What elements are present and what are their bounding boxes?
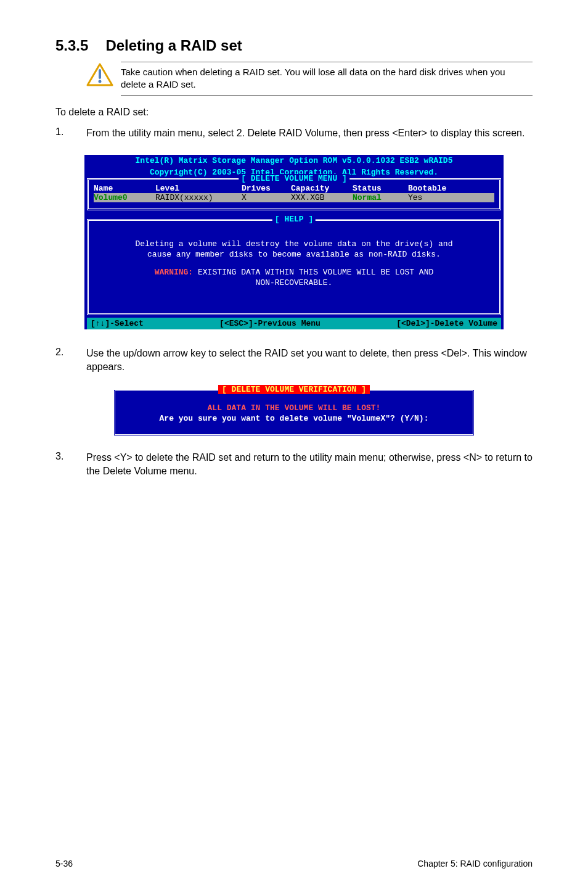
help-warning-line-1: WARNING: EXISTING DATA WITHIN THIS VOLUM… — [97, 268, 491, 277]
page-footer: 5-36 Chapter 5: RAID configuration — [55, 859, 533, 868]
verification-prompt[interactable]: Are you sure you want to delete volume "… — [121, 414, 467, 423]
step-1-number: 1. — [55, 126, 86, 140]
help-box-title: [ HELP ] — [272, 215, 316, 224]
delete-volume-menu-frame: [ DELETE VOLUME MENU ] Name Level Drives… — [87, 178, 501, 210]
chapter-label: Chapter 5: RAID configuration — [417, 859, 533, 868]
table-header-row: Name Level Drives Capacity Status Bootab… — [94, 184, 494, 193]
svg-point-2 — [99, 80, 102, 83]
heading-title: Deleting a RAID set — [105, 37, 242, 54]
footer-key-delete: [<Del>]-Delete Volume — [396, 319, 497, 328]
page: 5.3.5 Deleting a RAID set Take caution w… — [0, 0, 588, 887]
footer-key-select: [↑↓]-Select — [91, 319, 144, 328]
section-heading: 5.3.5 Deleting a RAID set — [55, 37, 533, 54]
delete-volume-verification-dialog: [ DELETE VOLUME VERIFICATION ] ALL DATA … — [113, 389, 475, 436]
col-header-name: Name — [94, 184, 155, 193]
help-line-1: Deleting a volume will destroy the volum… — [97, 239, 491, 249]
caution-text-wrap: Take caution when deleting a RAID set. Y… — [121, 62, 533, 96]
bios-header-line1: Intel(R) Matrix Storage Manager Option R… — [84, 155, 504, 167]
help-warning-line-2: NON-RECOVERABLE. — [97, 278, 491, 287]
step-2: 2. Use the up/down arrow key to select t… — [55, 347, 533, 374]
bios-footer: [↑↓]-Select [<ESC>]-Previous Menu [<Del>… — [87, 318, 501, 329]
col-header-drives: Drives — [242, 184, 291, 193]
cell-level: RAIDX(xxxxx) — [155, 193, 242, 202]
step-3-number: 3. — [55, 451, 86, 479]
heading-number: 5.3.5 — [55, 37, 88, 54]
cell-status: Normal — [353, 193, 408, 202]
step-2-number: 2. — [55, 347, 86, 374]
col-header-status: Status — [353, 184, 408, 193]
verification-warning: ALL DATA IN THE VOLUME WILL BE LOST! — [121, 403, 467, 413]
step-1-text: From the utility main menu, select 2. De… — [86, 126, 533, 140]
table-row[interactable]: Volume0 RAIDX(xxxxx) X XXX.XGB Normal Ye… — [94, 193, 494, 202]
warning-rest: EXISTING DATA WITHIN THIS VOLUME WILL BE… — [193, 268, 433, 277]
page-number: 5-36 — [55, 859, 73, 868]
cell-name: Volume0 — [94, 193, 155, 202]
footer-key-previous: [<ESC>]-Previous Menu — [219, 319, 321, 328]
col-header-bootable: Bootable — [408, 184, 470, 193]
step-2-text: Use the up/down arrow key to select the … — [86, 347, 533, 374]
step-3-text: Press <Y> to delete the RAID set and ret… — [86, 451, 533, 479]
caution-callout: Take caution when deleting a RAID set. Y… — [86, 62, 533, 96]
warning-icon — [86, 63, 113, 86]
bios-delete-screen: Intel(R) Matrix Storage Manager Option R… — [84, 155, 504, 329]
step-1: 1. From the utility main menu, select 2.… — [55, 126, 533, 140]
col-header-level: Level — [155, 184, 242, 193]
cell-bootable: Yes — [408, 193, 470, 202]
delete-volume-menu-title: [ DELETE VOLUME MENU ] — [239, 174, 349, 183]
cell-capacity: XXX.XGB — [291, 193, 353, 202]
delete-volume-menu-content: Name Level Drives Capacity Status Bootab… — [89, 180, 499, 208]
verification-title: [ DELETE VOLUME VERIFICATION ] — [218, 385, 370, 394]
warning-prefix: WARNING: — [155, 268, 193, 277]
col-header-capacity: Capacity — [291, 184, 353, 193]
step-3: 3. Press <Y> to delete the RAID set and … — [55, 451, 533, 479]
help-line-2: cause any member disks to become availab… — [97, 250, 491, 259]
cell-drives: X — [242, 193, 291, 202]
intro-text: To delete a RAID set: — [55, 107, 533, 118]
help-box: [ HELP ] Deleting a volume will destroy … — [87, 219, 501, 315]
caution-text: Take caution when deleting a RAID set. Y… — [121, 66, 533, 91]
